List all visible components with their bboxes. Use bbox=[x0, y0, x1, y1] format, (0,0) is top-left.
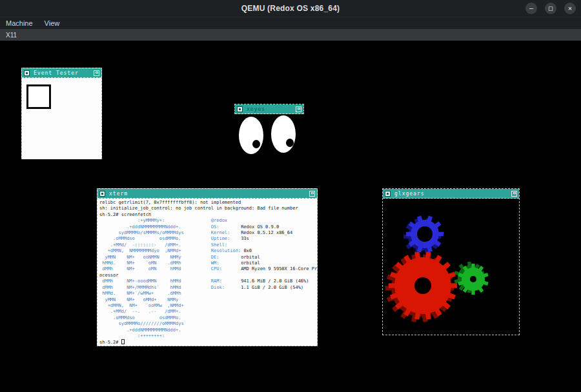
term-line: hMMd. NM+`/wMMw+ .dMMh bbox=[99, 291, 317, 297]
qemu-tabstrip: X11 bbox=[0, 29, 581, 41]
xeyes-left-pupil bbox=[252, 140, 260, 148]
term-line: yMMN NM+ oMMd+ NMMy bbox=[99, 297, 317, 303]
tab-x11[interactable]: X11 bbox=[6, 32, 17, 39]
window-xterm[interactable]: xterm relibc getrlimit(7, 0x7fffffffbff8… bbox=[97, 188, 318, 346]
red-gear bbox=[383, 246, 462, 326]
term-line: dMMh NM+ oMN hMMd CPU: AMD Ryzen 9 5950X… bbox=[99, 266, 317, 272]
term-line: sh: initialize_job_control: no job contr… bbox=[99, 206, 317, 211]
minimize-button[interactable]: – bbox=[525, 3, 537, 14]
term-line: dMMh NM+/MMMMdhs` hMMd Disk: 1.1 GiB / 2… bbox=[99, 285, 317, 291]
window-menu-icon[interactable] bbox=[99, 191, 105, 197]
term-line: yMMN NM+ ooNMMN NMMy DE: orbital bbox=[99, 255, 317, 260]
guest-desktop: Event Tester xeyes xterm relibc getrlimi… bbox=[0, 41, 581, 392]
window-menu-icon[interactable] bbox=[385, 191, 391, 197]
term-line: :++++++++: bbox=[99, 333, 317, 339]
term-line: +dMMN, NMMMMMMMdyo ,NMMd+ Resolution: 0x… bbox=[99, 248, 317, 254]
maximize-icon[interactable] bbox=[296, 106, 301, 112]
term-line: ocessor bbox=[99, 273, 317, 279]
close-button[interactable]: ✕ bbox=[564, 3, 576, 14]
qemu-window-controls: – □ ✕ bbox=[525, 3, 576, 14]
term-line: .+dddNMMMMMMMMNddd+. OS: Redox OS 0.9.0 bbox=[99, 224, 317, 230]
window-menu-icon[interactable] bbox=[237, 106, 243, 112]
xeyes-title: xeyes bbox=[247, 106, 265, 112]
qemu-menubar: Machine View bbox=[0, 17, 581, 29]
xterm-titlebar[interactable]: xterm bbox=[97, 189, 317, 199]
xterm-title: xterm bbox=[109, 191, 128, 197]
maximize-button[interactable]: □ bbox=[545, 3, 556, 14]
xeyes-right-eye bbox=[271, 115, 296, 153]
maximize-icon[interactable] bbox=[309, 191, 315, 197]
glxgears-canvas bbox=[383, 199, 519, 335]
term-line: .+dddNMMMMMMMMNddd+. bbox=[99, 328, 317, 333]
term-line: sh-5.2# bbox=[99, 339, 317, 346]
window-glxgears[interactable]: glxgears bbox=[382, 188, 520, 335]
term-line: sydMMMMo/sMMMMs/oMMMMdys Kernel: Redox 0… bbox=[99, 230, 317, 236]
qemu-window-title: QEMU (Redox OS x86_64) bbox=[241, 4, 340, 13]
term-line: relibc getrlimit(7, 0x7fffffffbff8): not… bbox=[99, 200, 317, 206]
term-line: dMMh NM+-ooodMMN hMMd RAM: 941.6 MiB / 2… bbox=[99, 279, 317, 284]
term-line: sh-5.2# screenfetch bbox=[99, 212, 317, 218]
window-menu-icon[interactable] bbox=[24, 70, 30, 76]
menu-view[interactable]: View bbox=[45, 19, 60, 27]
glxgears-titlebar[interactable]: glxgears bbox=[383, 189, 519, 199]
xeyes-right-pupil bbox=[286, 139, 294, 147]
event-tester-title: Event Tester bbox=[34, 70, 79, 76]
event-tester-titlebar[interactable]: Event Tester bbox=[22, 68, 101, 78]
menu-machine[interactable]: Machine bbox=[6, 19, 33, 27]
term-line: hMMd. NM+ `oMN .dMMh WM: orbital bbox=[99, 260, 317, 266]
xeyes-left-eye bbox=[239, 117, 263, 154]
term-line: .+MMd/ -:::::::- /dMM+. Shell: bbox=[99, 242, 317, 248]
maximize-icon[interactable] bbox=[511, 191, 517, 197]
term-line: .+MMd/ --. .-- /dMM+. bbox=[99, 309, 317, 315]
term-line: :+yMMMMy+: @redox bbox=[99, 218, 317, 224]
event-tester-square bbox=[26, 84, 51, 109]
term-line: sydMMMMo////////oMMMMdys bbox=[99, 321, 317, 327]
xterm-screen[interactable]: relibc getrlimit(7, 0x7fffffffbff8): not… bbox=[97, 199, 317, 346]
xeyes-titlebar[interactable]: xeyes bbox=[235, 104, 303, 114]
term-line: +dMMN, NM+ `ooMMw ,NMMd+ bbox=[99, 303, 317, 309]
term-line: .oMMMdso osdMMMo. bbox=[99, 315, 317, 321]
qemu-titlebar: QEMU (Redox OS x86_64) – □ ✕ bbox=[0, 0, 581, 17]
event-tester-body[interactable] bbox=[22, 78, 101, 159]
term-line: .oMMMdso osdMMMo. Uptime: 33s bbox=[99, 236, 317, 242]
glxgears-title: glxgears bbox=[394, 191, 425, 197]
maximize-icon[interactable] bbox=[94, 70, 99, 76]
window-event-tester[interactable]: Event Tester bbox=[21, 68, 102, 159]
window-xeyes[interactable]: xeyes bbox=[234, 104, 304, 114]
